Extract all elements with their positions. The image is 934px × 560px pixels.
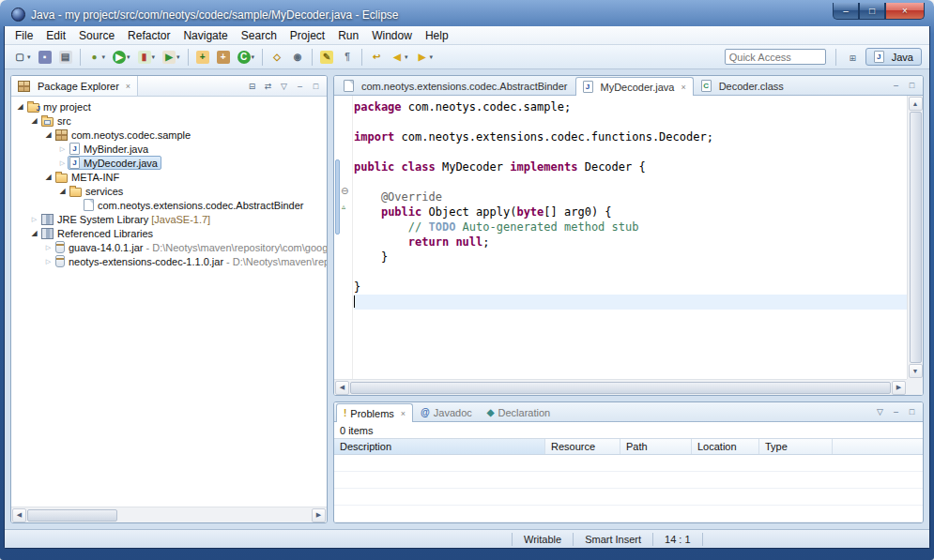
code-line[interactable] (354, 144, 907, 159)
code-line[interactable]: return null; (354, 235, 907, 250)
code-line[interactable]: // TODO Auto-generated method stub (354, 219, 907, 235)
expand-arrow-icon[interactable]: ▷ (29, 216, 39, 223)
dropdown-arrow-icon[interactable]: ▾ (102, 53, 106, 61)
column-header-resource[interactable]: Resource (545, 439, 620, 454)
table-row[interactable] (334, 472, 923, 489)
search-button[interactable]: ◉ (287, 48, 308, 67)
menu-help[interactable]: Help (419, 27, 455, 44)
tree-item[interactable]: ◢my project (11, 99, 327, 114)
maximize-view-icon[interactable]: □ (309, 79, 323, 93)
code-line[interactable] (354, 174, 907, 189)
tree-item-content[interactable]: guava-14.0.1.jar - D:\Neotys\maven\repos… (54, 240, 327, 254)
collapse-arrow-icon[interactable]: ◢ (29, 229, 39, 237)
collapse-arrow-icon[interactable]: ◢ (57, 187, 68, 195)
editor-tab-decoder-class[interactable]: CDecoder.class (694, 76, 791, 95)
forward-button[interactable]: ▶▾ (412, 48, 437, 67)
expand-arrow-icon[interactable]: ▷ (57, 159, 68, 167)
column-header-type[interactable]: Type (759, 439, 833, 454)
new-wizard-button[interactable]: ▢▾ (9, 48, 35, 67)
tree-item-content[interactable]: com.neotys.codec.sample (54, 128, 194, 142)
tree-item[interactable]: ▷JMyBinder.java (11, 142, 327, 156)
save-button[interactable]: ▪ (35, 48, 55, 67)
external-tools-button[interactable]: ▶▾ (159, 48, 184, 67)
tree-item[interactable]: ◢META-INF (11, 170, 327, 184)
code-line[interactable]: } (354, 280, 907, 295)
code-line[interactable] (354, 265, 907, 280)
minimize-view-icon[interactable]: – (889, 79, 903, 93)
code-line[interactable] (354, 295, 907, 310)
expand-arrow-icon[interactable]: ▷ (43, 244, 54, 251)
tree-item[interactable]: com.neotys.extensions.codec.AbstractBind… (11, 198, 327, 212)
scroll-up-icon[interactable]: ▲ (909, 97, 923, 111)
scroll-down-icon[interactable]: ▼ (909, 364, 923, 378)
expand-arrow-icon[interactable]: ▷ (57, 145, 68, 153)
new-java-project-button[interactable]: + (192, 48, 213, 67)
tab-problems[interactable]: !Problems× (336, 403, 413, 422)
tree-item-content[interactable]: com.neotys.extensions.codec.AbstractBind… (82, 198, 308, 212)
tree-item[interactable]: ◢com.neotys.codec.sample (11, 128, 327, 142)
code-line[interactable]: package com.neotys.codec.sample; (354, 99, 907, 114)
mark-occurrences-toggle[interactable]: ✎ (316, 48, 337, 67)
dropdown-arrow-icon[interactable]: ▾ (405, 53, 408, 61)
collapse-arrow-icon[interactable]: ◢ (15, 102, 25, 111)
link-with-editor-icon[interactable]: ⇄ (261, 79, 275, 93)
editor-vscrollbar[interactable]: ▲ ▼ (907, 96, 923, 379)
fold-collapse-icon[interactable]: ⊖ (341, 187, 348, 196)
menu-edit[interactable]: Edit (39, 27, 72, 44)
tab-declaration[interactable]: ◆Declaration (480, 402, 558, 421)
tree-item[interactable]: ▷neotys-extensions-codec-1.1.0.jar - D:\… (11, 254, 327, 268)
menu-navigate[interactable]: Navigate (176, 27, 234, 44)
menu-search[interactable]: Search (235, 27, 283, 44)
close-button[interactable]: × (885, 3, 925, 20)
java-perspective-button[interactable]: J Java (865, 48, 922, 66)
tree-item-content[interactable]: neotys-extensions-codec-1.1.0.jar - D:\N… (54, 254, 327, 268)
tree-item-content[interactable]: src (39, 114, 75, 128)
tab-package-explorer[interactable]: Package Explorer × (11, 76, 138, 96)
tree-item[interactable]: ▷JMyDecoder.java (11, 156, 327, 170)
code-line[interactable]: @Override (354, 189, 907, 204)
editor-tab-mydecoder-java[interactable]: JMyDecoder.java× (575, 77, 694, 96)
dropdown-arrow-icon[interactable]: ▾ (252, 53, 255, 61)
scroll-left-icon[interactable]: ◀ (335, 381, 349, 395)
view-menu-icon[interactable]: ▽ (277, 79, 291, 93)
code-line[interactable]: public Object apply(byte[] arg0) { (354, 204, 907, 219)
code-line[interactable] (354, 114, 907, 129)
menu-source[interactable]: Source (72, 27, 121, 44)
new-package-button[interactable]: + (213, 48, 234, 67)
code-line[interactable]: public class MyDecoder implements Decode… (354, 159, 907, 174)
close-tab-icon[interactable]: × (681, 83, 685, 92)
table-row[interactable] (334, 506, 923, 522)
table-row[interactable] (334, 489, 923, 506)
view-menu-icon[interactable]: ▽ (873, 405, 887, 419)
back-button[interactable]: ◀▾ (387, 48, 412, 67)
minimize-view-icon[interactable]: – (293, 79, 307, 93)
close-view-icon[interactable]: × (126, 82, 130, 91)
dropdown-arrow-icon[interactable]: ▾ (152, 53, 156, 61)
collapse-arrow-icon[interactable]: ◢ (29, 116, 39, 125)
new-class-button[interactable]: C▾ (234, 48, 259, 67)
open-type-button[interactable]: ◇ (267, 48, 287, 67)
close-tab-icon[interactable]: × (401, 409, 406, 418)
maximize-view-icon[interactable]: □ (905, 405, 919, 419)
tree-item-content[interactable]: JMyBinder.java (68, 142, 152, 156)
column-header-description[interactable]: Description (334, 439, 545, 454)
print-button[interactable]: ▤ (55, 48, 76, 67)
column-header-location[interactable]: Location (692, 439, 759, 454)
tree-item-content[interactable]: my project (25, 99, 95, 114)
menu-file[interactable]: File (8, 27, 39, 44)
column-header-path[interactable]: Path (620, 439, 692, 454)
scroll-right-icon[interactable]: ▶ (892, 381, 906, 395)
menu-refactor[interactable]: Refactor (121, 27, 176, 44)
title-bar[interactable]: Java - my project/src/com/neotys/codec/s… (4, 0, 930, 26)
scrollbar-thumb[interactable] (27, 509, 117, 522)
tree-item[interactable]: ◢src (11, 114, 327, 128)
run-button[interactable]: ▶▾ (109, 48, 134, 67)
coverage-button[interactable]: ▮▾ (134, 48, 160, 67)
last-edit-location-button[interactable]: ↩ (366, 48, 387, 67)
collapse-arrow-icon[interactable]: ◢ (43, 130, 54, 139)
tree-item-content[interactable]: Referenced Libraries (39, 226, 157, 240)
tree-item[interactable]: ◢Referenced Libraries (11, 226, 327, 240)
tree-item-content[interactable]: services (68, 184, 127, 198)
minimize-button[interactable]: – (833, 3, 859, 20)
tree-item-content[interactable]: JRE System Library [JavaSE-1.7] (39, 212, 214, 226)
